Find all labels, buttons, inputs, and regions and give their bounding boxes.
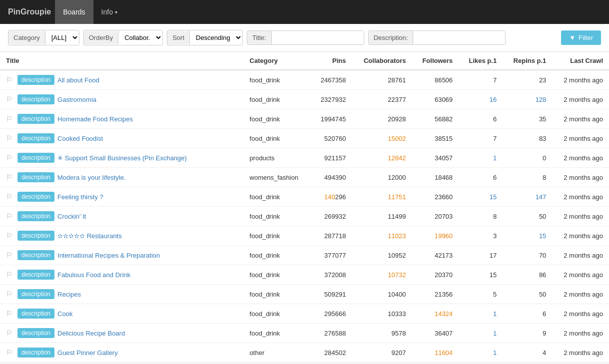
follower-link[interactable]: 11604 xyxy=(435,349,453,357)
cell-pins: 494390 xyxy=(311,168,352,187)
description-button[interactable]: description xyxy=(17,192,54,202)
description-input[interactable] xyxy=(413,31,505,44)
table-row: ⚐ description Modera is your lifestyle. … xyxy=(0,168,609,187)
board-title-link[interactable]: International Recipes & Preparation xyxy=(57,252,160,259)
board-title-link[interactable]: Crockin' It xyxy=(57,213,86,220)
cell-followers: 20703 xyxy=(412,207,459,226)
filter-button[interactable]: ▼ Filter xyxy=(561,30,601,45)
category-select[interactable]: [ALL] xyxy=(45,30,79,45)
cell-pins: 2467358 xyxy=(311,70,352,90)
user-icon: ⚐ xyxy=(6,173,12,182)
follower-link[interactable]: 19960 xyxy=(435,232,453,240)
likes-link[interactable]: 1 xyxy=(493,330,497,337)
cell-title: ⚐ description Delicious Recipe Board xyxy=(0,324,244,343)
cell-likes: 6 xyxy=(459,109,503,129)
cell-title: ⚐ description Fabulous Food and Drink xyxy=(0,265,244,285)
cell-followers: 36407 xyxy=(412,324,459,343)
cell-repins: 50 xyxy=(503,207,552,226)
col-title: Title xyxy=(0,52,244,70)
board-title-link[interactable]: Guest Pinner Gallery xyxy=(57,349,118,357)
cell-category: food_drink xyxy=(244,246,311,265)
repins-link[interactable]: 147 xyxy=(536,193,547,201)
table-row: ⚐ description Guest Pinner Gallery other… xyxy=(0,343,609,363)
description-button[interactable]: description xyxy=(17,289,54,299)
cell-crawl: 2 months ago xyxy=(552,246,609,265)
cell-collaborators: 10333 xyxy=(352,304,412,324)
cell-crawl: 2 months ago xyxy=(552,129,609,148)
col-likes: Likes p.1 xyxy=(459,52,503,70)
cell-repins: 70 xyxy=(503,246,552,265)
description-button[interactable]: description xyxy=(17,231,54,241)
description-button[interactable]: description xyxy=(17,250,54,260)
cell-crawl: 2 months ago xyxy=(552,148,609,168)
collab-link[interactable]: 11023 xyxy=(388,232,406,240)
board-title-link[interactable]: ✫✫✫✫✫ Restaurants xyxy=(57,232,122,240)
likes-link[interactable]: 16 xyxy=(490,96,497,103)
sort-select[interactable]: Descending xyxy=(190,30,242,45)
board-title-link[interactable]: Fabulous Food and Drink xyxy=(57,271,130,279)
user-icon: ⚐ xyxy=(6,309,12,318)
description-button[interactable]: description xyxy=(17,153,54,163)
board-title-link[interactable]: Cook xyxy=(57,310,72,318)
cell-category: food_drink xyxy=(244,109,311,129)
nav-boards[interactable]: Boards xyxy=(55,0,93,24)
nav-info[interactable]: Info ▾ xyxy=(93,0,125,24)
cell-pins: 921157 xyxy=(311,148,352,168)
cell-category: other xyxy=(244,343,311,363)
description-button[interactable]: description xyxy=(17,114,54,124)
cell-pins: 269932 xyxy=(311,207,352,226)
likes-link[interactable]: 1 xyxy=(493,310,497,318)
cell-repins: 147 xyxy=(503,187,552,207)
table-header: Title Category Pins Collaborators Follow… xyxy=(0,52,609,70)
cell-repins: 8 xyxy=(503,168,552,187)
description-button[interactable]: description xyxy=(17,172,54,182)
description-button[interactable]: description xyxy=(17,328,54,338)
collab-link[interactable]: 11751 xyxy=(388,193,406,201)
board-title-link[interactable]: Delicious Recipe Board xyxy=(57,330,125,337)
likes-link[interactable]: 15 xyxy=(490,193,497,201)
board-title-link[interactable]: Gastromomia xyxy=(57,96,96,103)
cell-pins: 2327932 xyxy=(311,90,352,109)
orderby-select[interactable]: Collabor. xyxy=(118,30,162,45)
table-row: ⚐ description Recipes food_drink50929110… xyxy=(0,285,609,304)
cell-likes: 1 xyxy=(459,324,503,343)
cell-likes: 7 xyxy=(459,129,503,148)
board-title-link[interactable]: Homemade Food Recipes xyxy=(57,115,133,123)
user-icon: ⚐ xyxy=(6,153,12,162)
cell-category: food_drink xyxy=(244,285,311,304)
cell-title: ⚐ description ✳ Support Small Businesses… xyxy=(0,148,244,168)
collab-link[interactable]: 10732 xyxy=(388,271,406,279)
board-title-link[interactable]: Feeling thirsty ? xyxy=(57,193,103,201)
description-button[interactable]: description xyxy=(17,270,54,280)
repins-link[interactable]: 15 xyxy=(539,232,546,240)
board-title-link[interactable]: Modera is your lifestyle. xyxy=(57,174,126,181)
follower-link[interactable]: 14324 xyxy=(435,310,453,318)
collab-link[interactable]: 12842 xyxy=(388,154,406,162)
board-title-link[interactable]: All about Food xyxy=(57,76,99,84)
likes-link[interactable]: 1 xyxy=(493,349,497,357)
cell-category: food_drink xyxy=(244,304,311,324)
user-icon: ⚐ xyxy=(6,75,12,84)
description-button[interactable]: description xyxy=(17,211,54,221)
cell-followers: 23660 xyxy=(412,187,459,207)
board-title-link[interactable]: Recipes xyxy=(57,291,81,298)
cell-followers: 42173 xyxy=(412,246,459,265)
user-icon: ⚐ xyxy=(6,329,12,338)
description-button[interactable]: description xyxy=(17,348,54,358)
likes-link[interactable]: 1 xyxy=(493,154,497,162)
cell-crawl: 2 months ago xyxy=(552,265,609,285)
repins-link[interactable]: 128 xyxy=(536,96,547,103)
title-input[interactable] xyxy=(272,31,364,44)
table-body: ⚐ description All about Food food_drink2… xyxy=(0,70,609,363)
description-button[interactable]: description xyxy=(17,309,54,319)
cell-followers: 56882 xyxy=(412,109,459,129)
description-button[interactable]: description xyxy=(17,94,54,104)
cell-pins: 140296 xyxy=(311,187,352,207)
cell-title: ⚐ description ✫✫✫✫✫ Restaurants xyxy=(0,226,244,246)
cell-collaborators: 11751 xyxy=(352,187,412,207)
collab-link[interactable]: 15002 xyxy=(388,135,406,142)
description-button[interactable]: description xyxy=(17,133,54,143)
board-title-link[interactable]: ✳ Support Small Businesses (Pin Exchange… xyxy=(57,154,187,162)
description-button[interactable]: description xyxy=(17,75,54,85)
board-title-link[interactable]: Cooked Foodist xyxy=(57,135,103,142)
